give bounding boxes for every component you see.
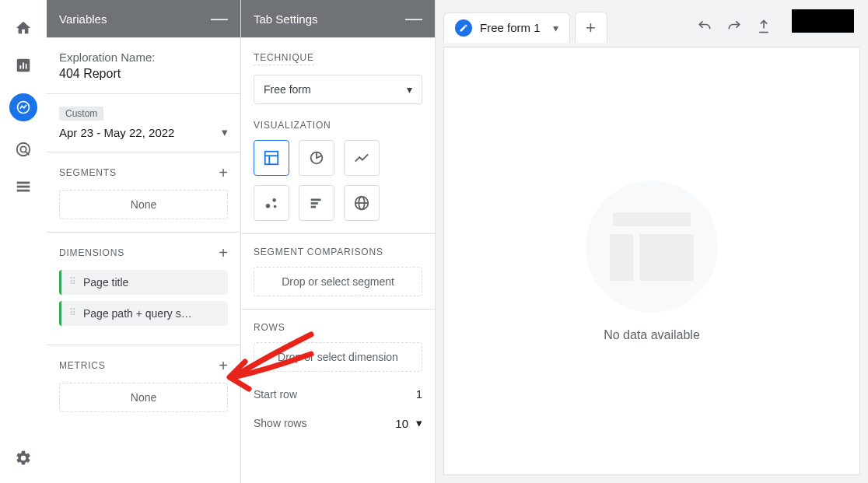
viz-table-icon[interactable]: [254, 140, 289, 176]
add-metric-button[interactable]: +: [219, 358, 228, 373]
technique-select[interactable]: Free form ▾: [254, 75, 422, 104]
visualization-grid: [254, 140, 422, 221]
add-segment-button[interactable]: +: [219, 165, 228, 180]
show-rows-label: Show rows: [254, 417, 306, 429]
date-range-section[interactable]: Custom Apr 23 - May 22, 2022 ▾: [47, 93, 240, 152]
home-icon[interactable]: [14, 19, 33, 37]
viz-scatter-icon[interactable]: [254, 185, 289, 221]
collapse-variables-icon[interactable]: —: [211, 9, 228, 29]
export-icon[interactable]: [756, 19, 772, 37]
rows-label: ROWS: [254, 322, 422, 333]
metrics-empty[interactable]: None: [59, 383, 228, 412]
rows-section: ROWS Drop or select dimension Start row …: [241, 309, 435, 443]
viz-line-icon[interactable]: [344, 140, 380, 176]
svg-rect-17: [311, 199, 321, 201]
variables-panel: Variables — Exploration Name: 404 Report…: [47, 0, 241, 483]
segment-comparisons-dropzone[interactable]: Drop or select segment: [254, 267, 422, 296]
tab-settings-panel: Tab Settings — TECHNIQUE Free form ▾ VIS…: [241, 0, 436, 483]
date-range-tag: Custom: [59, 107, 103, 121]
caret-down-icon: ▾: [407, 83, 412, 96]
show-rows-value: 10: [395, 417, 408, 430]
left-nav-rail: [0, 0, 47, 483]
caret-down-icon: ▾: [222, 125, 228, 139]
svg-point-6: [20, 146, 26, 152]
variables-header: Variables —: [47, 0, 240, 37]
add-dimension-button[interactable]: +: [219, 245, 228, 261]
collapse-tab-settings-icon[interactable]: —: [405, 9, 422, 29]
exploration-name-section: Exploration Name: 404 Report: [47, 37, 240, 93]
svg-point-16: [274, 205, 277, 208]
dimension-chip[interactable]: ⠿ Page title: [59, 270, 228, 295]
segment-comparisons-section: SEGMENT COMPARISONS Drop or select segme…: [241, 233, 435, 309]
tab-menu-caret-icon[interactable]: ▾: [553, 22, 558, 34]
dimensions-section: DIMENSIONS + ⠿ Page title ⠿ Page path + …: [47, 232, 240, 345]
redacted-area: [792, 9, 854, 33]
svg-rect-3: [26, 64, 27, 68]
svg-rect-2: [23, 62, 24, 68]
redo-icon[interactable]: [726, 19, 742, 37]
edit-tab-icon[interactable]: [455, 19, 472, 37]
svg-rect-9: [17, 190, 30, 192]
dimensions-label: DIMENSIONS: [59, 247, 124, 258]
canvas-area: Free form 1 ▾ + No da: [436, 0, 868, 483]
segments-section: SEGMENTS + None: [47, 152, 240, 232]
viz-geo-icon[interactable]: [344, 185, 380, 221]
visualization-label: VISUALIZATION: [254, 120, 422, 131]
configure-icon[interactable]: [14, 177, 33, 196]
viz-donut-icon[interactable]: [299, 140, 334, 176]
exploration-name-label: Exploration Name:: [59, 51, 228, 64]
undo-icon[interactable]: [697, 19, 712, 37]
settings-gear-icon[interactable]: [14, 449, 33, 467]
technique-section: TECHNIQUE Free form ▾ VISUALIZATION: [241, 37, 435, 233]
svg-rect-18: [311, 202, 318, 205]
report-tab[interactable]: Free form 1 ▾: [443, 12, 570, 43]
tab-name: Free form 1: [480, 21, 541, 34]
metrics-label: METRICS: [59, 360, 106, 371]
variables-title: Variables: [59, 12, 107, 26]
svg-rect-7: [17, 182, 30, 184]
start-row-label: Start row: [254, 388, 297, 401]
date-range-value: Apr 23 - May 22, 2022: [59, 126, 174, 139]
tab-settings-header: Tab Settings —: [241, 0, 435, 37]
svg-point-14: [266, 204, 271, 208]
segments-label: SEGMENTS: [59, 167, 117, 178]
explore-icon[interactable]: [9, 93, 37, 121]
advertising-icon[interactable]: [14, 140, 33, 159]
no-data-text: No data available: [604, 328, 700, 342]
svg-rect-10: [265, 152, 278, 165]
svg-rect-8: [17, 186, 30, 188]
canvas-body: No data available: [443, 47, 860, 475]
rows-dropzone[interactable]: Drop or select dimension: [254, 342, 422, 372]
canvas-action-bar: [697, 19, 860, 37]
start-row-value[interactable]: 1: [416, 387, 422, 401]
reports-icon[interactable]: [14, 56, 33, 75]
empty-state-illustration: [586, 180, 718, 313]
dimension-chip[interactable]: ⠿ Page path + query s…: [59, 301, 228, 326]
exploration-name-value[interactable]: 404 Report: [59, 67, 228, 81]
dimension-chip-label: Page path + query s…: [83, 307, 192, 320]
dimension-chip-label: Page title: [83, 276, 128, 289]
segments-empty[interactable]: None: [59, 190, 228, 219]
drag-handle-icon: ⠿: [69, 279, 77, 285]
svg-rect-19: [311, 206, 316, 208]
metrics-section: METRICS + None: [47, 345, 240, 425]
viz-bar-icon[interactable]: [299, 185, 334, 221]
technique-value: Free form: [264, 83, 311, 96]
svg-rect-1: [19, 65, 21, 69]
tab-settings-title: Tab Settings: [254, 12, 318, 26]
drag-handle-icon: ⠿: [69, 310, 77, 316]
technique-label: TECHNIQUE: [254, 52, 314, 65]
svg-point-15: [272, 198, 276, 202]
caret-down-icon: ▾: [416, 416, 422, 430]
show-rows-select[interactable]: 10 ▾: [395, 416, 422, 430]
segment-comparisons-label: SEGMENT COMPARISONS: [254, 247, 422, 257]
add-tab-button[interactable]: +: [575, 12, 607, 43]
canvas-toolbar: Free form 1 ▾ +: [443, 8, 860, 47]
